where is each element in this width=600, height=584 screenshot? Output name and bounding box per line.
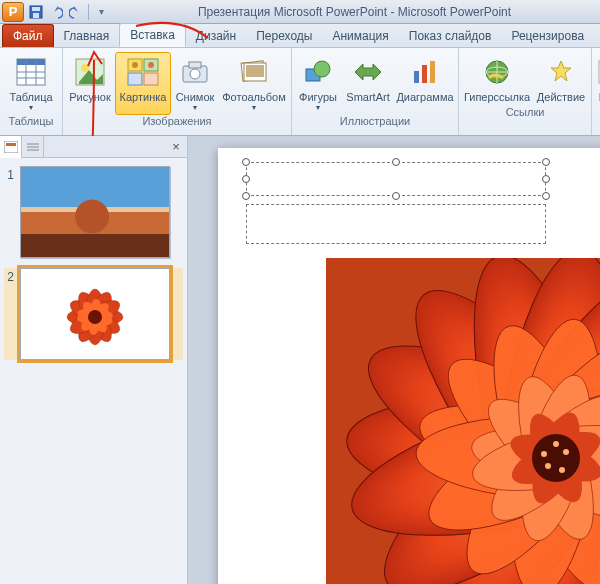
svg-rect-4: [17, 59, 45, 65]
redo-icon[interactable]: [68, 4, 84, 20]
qat-dropdown-icon[interactable]: ▾: [93, 4, 109, 20]
picture-label: Рисунок: [69, 91, 111, 103]
picture-icon: [73, 55, 107, 89]
chevron-down-icon: ▾: [316, 103, 320, 112]
svg-rect-35: [6, 143, 16, 146]
title-bar: P ▾ Презентация Microsoft PowerPoint - M…: [0, 0, 600, 24]
powerpoint-icon: P: [9, 4, 18, 19]
slide-editor[interactable]: [188, 136, 600, 584]
svg-point-81: [559, 467, 565, 473]
content-placeholder[interactable]: [246, 204, 546, 244]
thumbnails: 1 2: [0, 158, 187, 584]
app-button[interactable]: P: [2, 2, 24, 22]
tab-animation[interactable]: Анимация: [322, 25, 398, 47]
photoalbum-button[interactable]: Фотоальбом ▾: [219, 52, 289, 115]
textbox-button[interactable]: A Над: [594, 52, 600, 106]
group-label-text: [592, 106, 600, 121]
svg-point-79: [563, 449, 569, 455]
slide-number: 1: [4, 166, 14, 258]
clipart-icon: [126, 55, 160, 89]
svg-rect-23: [246, 65, 264, 77]
shapes-icon: [301, 55, 335, 89]
svg-point-13: [132, 62, 138, 68]
action-button[interactable]: Действие: [533, 52, 589, 106]
clipart-label: Картинка: [120, 91, 167, 103]
table-icon: [14, 55, 48, 89]
photoalbum-label: Фотоальбом: [222, 91, 286, 103]
chart-label: Диаграмма: [396, 91, 453, 103]
hyperlink-label: Гиперссылка: [464, 91, 530, 103]
tab-review[interactable]: Рецензирова: [501, 25, 594, 47]
svg-point-20: [190, 69, 200, 79]
slide-canvas[interactable]: [218, 148, 600, 584]
svg-rect-1: [32, 7, 40, 11]
picture-button[interactable]: Рисунок: [65, 52, 115, 115]
tab-home[interactable]: Главная: [54, 25, 120, 47]
tab-slideshow[interactable]: Показ слайдов: [399, 25, 502, 47]
hyperlink-icon: [480, 55, 514, 89]
smartart-icon: [351, 55, 385, 89]
undo-icon[interactable]: [48, 4, 64, 20]
table-button[interactable]: Таблица ▾: [2, 52, 60, 115]
chevron-down-icon: ▾: [252, 103, 256, 112]
tab-file[interactable]: Файл: [2, 24, 54, 47]
chevron-down-icon: ▾: [193, 103, 197, 112]
svg-point-51: [88, 310, 102, 324]
photoalbum-icon: [237, 55, 271, 89]
slide-image-flower[interactable]: [326, 258, 600, 584]
screenshot-button[interactable]: Снимок ▾: [171, 52, 219, 115]
svg-rect-34: [4, 141, 18, 153]
slide-preview: [20, 166, 170, 258]
shapes-button[interactable]: Фигуры ▾: [294, 52, 342, 115]
ribbon-tabs: Файл Главная Вставка Дизайн Переходы Ани…: [0, 24, 600, 48]
close-panel-button[interactable]: ×: [165, 136, 187, 158]
shapes-label: Фигуры: [299, 91, 337, 103]
svg-point-10: [81, 64, 89, 72]
action-label: Действие: [537, 91, 585, 103]
smartart-button[interactable]: SmartArt: [342, 52, 394, 115]
group-label-images: Изображения: [63, 115, 291, 130]
svg-point-82: [541, 451, 547, 457]
screenshot-label: Снимок: [176, 91, 215, 103]
action-icon: [544, 55, 578, 89]
smartart-label: SmartArt: [346, 91, 389, 103]
group-text: A Над: [592, 48, 600, 135]
slide-thumbnail[interactable]: 2: [4, 268, 183, 360]
title-placeholder[interactable]: [246, 162, 546, 196]
window-title: Презентация Microsoft PowerPoint - Micro…: [109, 5, 600, 19]
workspace: × 1 2: [0, 136, 600, 584]
chart-icon: [408, 55, 442, 89]
slide-preview: [20, 268, 170, 360]
tab-design[interactable]: Дизайн: [186, 25, 246, 47]
group-label-illustrations: Иллюстрации: [292, 115, 458, 130]
svg-rect-26: [414, 71, 419, 83]
slide-thumbnail[interactable]: 1: [4, 166, 183, 258]
screenshot-icon: [178, 55, 212, 89]
textbox-icon: A: [592, 55, 600, 89]
group-illustrations: Фигуры ▾ SmartArt Диаграмма Иллюстрации: [292, 48, 459, 135]
svg-rect-17: [144, 73, 158, 85]
save-icon[interactable]: [28, 4, 44, 20]
svg-point-83: [553, 441, 559, 447]
svg-rect-27: [422, 65, 427, 83]
tab-outline[interactable]: [22, 136, 44, 158]
hyperlink-button[interactable]: Гиперссылка: [461, 52, 533, 106]
svg-point-80: [545, 463, 551, 469]
svg-rect-2: [33, 13, 39, 18]
clipart-button[interactable]: Картинка: [115, 52, 171, 115]
tab-transitions[interactable]: Переходы: [246, 25, 322, 47]
group-label-links: Ссылки: [459, 106, 591, 121]
svg-rect-16: [128, 73, 142, 85]
qat-separator: [88, 4, 89, 20]
svg-rect-28: [430, 61, 435, 83]
ribbon: Таблица ▾ Таблицы Рисунок Картинка: [0, 48, 600, 136]
chart-button[interactable]: Диаграмма: [394, 52, 456, 115]
tab-insert[interactable]: Вставка: [119, 23, 186, 47]
quick-access-toolbar: ▾: [28, 4, 109, 20]
group-images: Рисунок Картинка Снимок ▾ Фотоальбом: [63, 48, 292, 135]
svg-point-25: [314, 61, 330, 77]
tab-thumbnails[interactable]: [0, 136, 22, 158]
group-label-tables: Таблицы: [0, 115, 62, 130]
svg-point-15: [148, 62, 154, 68]
table-label: Таблица: [9, 91, 52, 103]
